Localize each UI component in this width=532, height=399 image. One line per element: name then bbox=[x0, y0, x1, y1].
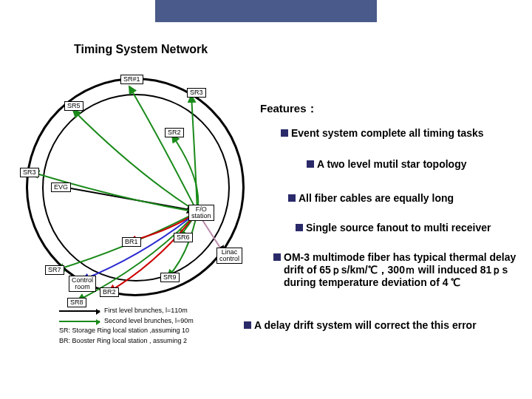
square-bullet-icon bbox=[296, 224, 303, 231]
square-bullet-icon bbox=[244, 321, 251, 329]
diagram-node: SR6 bbox=[174, 233, 193, 242]
legend-note-br: BR: Booster Ring local station , assumin… bbox=[59, 337, 194, 346]
page-title: Timing System Network bbox=[74, 43, 208, 56]
diagram-node: SR9 bbox=[160, 273, 180, 282]
decorative-bar bbox=[155, 0, 377, 22]
feature-text: Event system complete all timing tasks bbox=[291, 127, 484, 140]
network-diagram: SR#1SR3SR5SR2SR3EVGF/OstationSR6BR1Linac… bbox=[26, 78, 255, 307]
diagram-node: Controlroom bbox=[69, 276, 96, 292]
diagram-node: SR7 bbox=[45, 265, 64, 275]
features-heading: Features： bbox=[260, 102, 318, 116]
square-bullet-icon bbox=[281, 129, 288, 137]
diagram-node: Linaccontrol bbox=[216, 248, 242, 264]
legend-line-second bbox=[59, 321, 100, 322]
square-bullet-icon bbox=[273, 253, 281, 261]
feature-item: A two level mutil star topology bbox=[307, 158, 467, 171]
diagram-node: SR5 bbox=[64, 101, 83, 111]
diagram-node: F/Ostation bbox=[188, 205, 214, 221]
square-bullet-icon bbox=[307, 160, 314, 168]
feature-item: All fiber cables are equally long bbox=[288, 192, 454, 205]
diagram-node: BR1 bbox=[122, 237, 141, 247]
diagram-node: SR3 bbox=[20, 168, 39, 177]
diagram-node: EVG bbox=[51, 183, 71, 192]
feature-item: OM-3 multimode fiber has typical thermal… bbox=[273, 251, 532, 288]
diagram-node: SR#1 bbox=[120, 75, 143, 84]
diagram-legend: First level brunches, l=110m Second leve… bbox=[59, 307, 194, 346]
square-bullet-icon bbox=[288, 194, 296, 202]
legend-second-label: Second level brunches, l=90m bbox=[104, 317, 194, 326]
feature-item: Event system complete all timing tasks bbox=[281, 127, 484, 140]
legend-line-first bbox=[59, 310, 100, 312]
legend-note-sr: SR: Storage Ring local station ,assuming… bbox=[59, 327, 194, 335]
legend-first-label: First level brunches, l=110m bbox=[104, 307, 188, 316]
feature-text: A delay drift system will correct the th… bbox=[254, 319, 477, 332]
feature-text: OM-3 multimode fiber has typical thermal… bbox=[284, 251, 532, 288]
diagram-node: SR2 bbox=[165, 128, 184, 137]
feature-text: All fiber cables are equally long bbox=[299, 192, 454, 205]
feature-text: A two level mutil star topology bbox=[317, 158, 467, 171]
diagram-node: SR3 bbox=[187, 88, 206, 98]
feature-item: Single source fanout to multi receiver bbox=[296, 222, 491, 234]
diagram-node: BR2 bbox=[100, 287, 119, 297]
feature-item: A delay drift system will correct the th… bbox=[244, 319, 477, 332]
feature-text: Single source fanout to multi receiver bbox=[306, 222, 491, 234]
